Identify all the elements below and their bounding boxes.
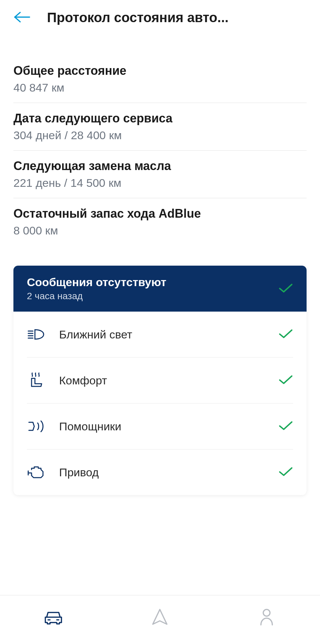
check-icon: [278, 420, 293, 433]
content-area: Общее расстояние 40 847 км Дата следующе…: [0, 39, 320, 595]
info-value: 8 000 км: [13, 224, 307, 237]
check-icon: [278, 282, 293, 295]
check-icon: [278, 328, 293, 341]
check-icon: [278, 374, 293, 387]
page-title: Протокол состояния авто...: [47, 10, 229, 25]
info-next-service: Дата следующего сервиса 304 дней / 28 40…: [13, 103, 307, 151]
nav-car-icon[interactable]: [43, 607, 63, 627]
info-value: 304 дней / 28 400 км: [13, 129, 307, 142]
nav-profile-icon[interactable]: [257, 607, 277, 627]
info-total-distance: Общее расстояние 40 847 км: [13, 55, 307, 103]
status-subtitle: 2 часа назад: [27, 291, 166, 302]
status-title: Сообщения отсутствуют: [27, 276, 166, 289]
status-item-comfort[interactable]: Комфорт: [27, 358, 293, 404]
parking-sensor-icon: [27, 417, 46, 436]
info-label: Дата следующего сервиса: [13, 111, 307, 125]
status-item-low-beam[interactable]: Ближний свет: [27, 312, 293, 358]
svg-point-9: [263, 609, 270, 616]
info-next-oil-change: Следующая замена масла 221 день / 14 500…: [13, 151, 307, 198]
nav-navigation-icon[interactable]: [150, 607, 170, 627]
status-item-label: Помощники: [59, 420, 265, 433]
back-arrow-icon[interactable]: [13, 11, 30, 24]
app-header: Протокол состояния авто...: [0, 0, 320, 39]
status-list: Ближний свет Комфорт: [13, 312, 307, 495]
info-label: Остаточный запас хода AdBlue: [13, 207, 307, 221]
engine-icon: [27, 463, 46, 482]
info-value: 221 день / 14 500 км: [13, 176, 307, 190]
low-beam-icon: [27, 325, 46, 344]
status-item-label: Привод: [59, 466, 265, 479]
status-card-header[interactable]: Сообщения отсутствуют 2 часа назад: [13, 266, 307, 312]
status-item-assistants[interactable]: Помощники: [27, 404, 293, 449]
status-item-label: Комфорт: [59, 374, 265, 387]
info-value: 40 847 км: [13, 81, 307, 94]
status-header-text: Сообщения отсутствуют 2 часа назад: [27, 276, 166, 302]
info-section: Общее расстояние 40 847 км Дата следующе…: [13, 55, 307, 246]
status-item-drivetrain[interactable]: Привод: [27, 449, 293, 495]
bottom-nav: [0, 595, 320, 644]
info-label: Следующая замена масла: [13, 159, 307, 173]
info-label: Общее расстояние: [13, 64, 307, 78]
seat-heating-icon: [27, 371, 46, 390]
info-adblue-range: Остаточный запас хода AdBlue 8 000 км: [13, 198, 307, 246]
status-item-label: Ближний свет: [59, 328, 265, 341]
check-icon: [278, 466, 293, 479]
status-card: Сообщения отсутствуют 2 часа назад: [13, 266, 307, 495]
